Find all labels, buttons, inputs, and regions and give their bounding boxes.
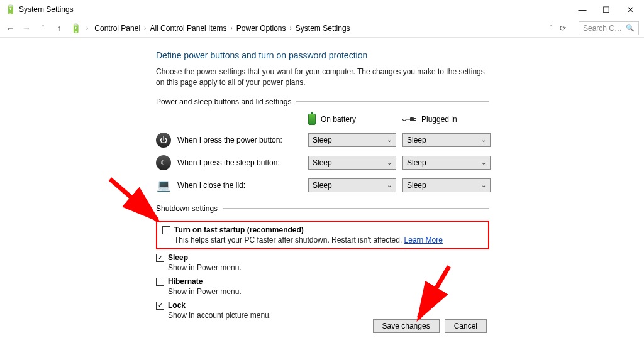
back-button[interactable]: ←	[5, 23, 15, 33]
lock-checkbox[interactable]	[156, 302, 164, 310]
lock-label: Lock	[168, 301, 186, 310]
up-button[interactable]: ↑	[54, 23, 64, 33]
close-button[interactable]: ✕	[624, 3, 636, 16]
chevron-down-icon: ⌄	[387, 182, 392, 188]
column-plugged-in: Plugged in	[402, 115, 494, 124]
sleep-button-battery-select[interactable]: Sleep ⌄	[308, 156, 396, 170]
chevron-down-icon: ⌄	[481, 182, 486, 188]
recent-dropdown-icon[interactable]: ˅	[38, 23, 48, 33]
chevron-down-icon: ⌄	[387, 159, 392, 166]
section-shutdown: Shutdown settings Turn on fast startup (…	[156, 204, 489, 320]
page-heading: Define power buttons and turn on passwor…	[156, 50, 489, 60]
section-shutdown-header: Shutdown settings	[156, 204, 489, 213]
search-placeholder: Search Co...	[583, 24, 623, 33]
app-icon: 🔋	[5, 4, 15, 14]
address-bar[interactable]: 🔋 › Control Panel › All Control Panel It…	[70, 23, 572, 34]
lid-battery-select[interactable]: Sleep ⌄	[308, 178, 396, 192]
power-button-battery-select[interactable]: Sleep ⌄	[308, 133, 396, 147]
breadcrumb-item[interactable]: All Control Panel Items	[147, 23, 229, 34]
divider	[296, 101, 489, 102]
chevron-right-icon: ›	[289, 25, 293, 31]
chevron-right-icon: ›	[143, 25, 147, 31]
chevron-down-icon: ⌄	[481, 159, 486, 166]
hibernate-label: Hibernate	[168, 277, 203, 286]
section-title: Power and sleep buttons and lid settings	[156, 97, 291, 106]
footer-bar: Save changes Cancel	[0, 313, 644, 338]
nav-bar: ← → ˅ ↑ 🔋 › Control Panel › All Control …	[0, 19, 644, 38]
sleep-button-plugged-select[interactable]: Sleep ⌄	[402, 156, 491, 170]
breadcrumb-item[interactable]: Power Options	[234, 23, 289, 34]
breadcrumb-item[interactable]: Control Panel	[92, 23, 143, 34]
learn-more-link[interactable]: Learn More	[404, 236, 443, 244]
maximize-button[interactable]: ☐	[600, 3, 613, 16]
row-sleep-button: ☾ When I press the sleep button:	[156, 155, 306, 170]
fast-startup-description: This helps start your PC faster after sh…	[174, 236, 483, 244]
power-button-plugged-select[interactable]: Sleep ⌄	[402, 133, 491, 147]
fast-startup-checkbox[interactable]	[162, 226, 170, 234]
battery-icon	[308, 114, 316, 125]
location-icon: 🔋	[70, 23, 81, 33]
content-pane: Define power buttons and turn on passwor…	[0, 38, 644, 320]
title-bar: 🔋 System Settings — ☐ ✕	[0, 0, 644, 19]
row-close-lid: 💻 When I close the lid:	[156, 178, 306, 193]
window-title: System Settings	[19, 5, 576, 14]
window-controls: — ☐ ✕	[576, 3, 636, 16]
address-dropdown-icon[interactable]: ˅	[550, 24, 553, 32]
svg-rect-0	[410, 117, 414, 121]
hibernate-checkbox[interactable]	[156, 278, 164, 286]
chevron-down-icon: ⌄	[387, 136, 392, 143]
fast-startup-label: Turn on fast startup (recommended)	[174, 226, 304, 234]
cancel-button[interactable]: Cancel	[445, 319, 487, 333]
plug-icon	[402, 116, 416, 123]
lid-icon: 💻	[156, 178, 171, 193]
sleep-description: Show in Power menu.	[168, 263, 489, 272]
page-description: Choose the power settings that you want …	[156, 67, 489, 89]
minimize-button[interactable]: —	[576, 3, 589, 16]
lid-plugged-select[interactable]: Sleep ⌄	[402, 178, 491, 192]
breadcrumb: Control Panel › All Control Panel Items …	[92, 23, 352, 34]
fast-startup-highlight: Turn on fast startup (recommended) This …	[156, 221, 489, 249]
power-settings-table: On battery Plugged in ⏻ When I press the…	[156, 114, 489, 193]
row-power-button: ⏻ When I press the power button:	[156, 133, 306, 148]
chevron-right-icon: ›	[229, 25, 233, 31]
sleep-label: Sleep	[168, 253, 188, 262]
divider	[223, 208, 489, 209]
breadcrumb-item[interactable]: System Settings	[293, 23, 353, 34]
chevron-down-icon: ⌄	[481, 136, 486, 143]
save-changes-button[interactable]: Save changes	[373, 319, 440, 333]
forward-button: →	[21, 23, 31, 33]
section-power-buttons: Power and sleep buttons and lid settings	[156, 97, 489, 106]
refresh-icon[interactable]: ⟳	[560, 24, 566, 33]
section-title: Shutdown settings	[156, 204, 218, 213]
sleep-checkbox[interactable]	[156, 254, 164, 262]
power-icon: ⏻	[156, 133, 171, 148]
hibernate-description: Show in Power menu.	[168, 287, 489, 296]
sleep-icon: ☾	[156, 155, 171, 170]
search-icon: 🔍	[626, 24, 635, 32]
column-on-battery: On battery	[308, 114, 400, 125]
search-input[interactable]: Search Co... 🔍	[579, 21, 639, 35]
chevron-right-icon: ›	[85, 25, 89, 31]
